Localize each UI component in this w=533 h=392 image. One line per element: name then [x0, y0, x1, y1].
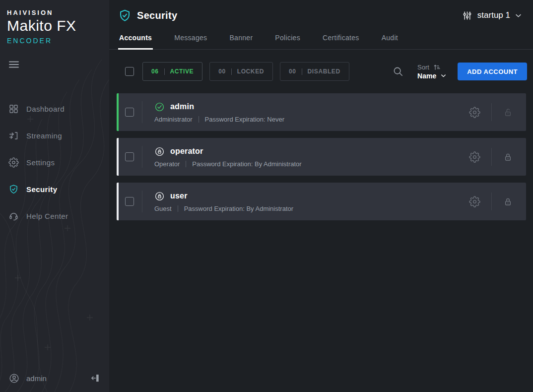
- page-title: Security: [137, 10, 177, 21]
- account-password-expiration: Password Expiration: By Administrator: [184, 205, 293, 212]
- sort-selector[interactable]: Sort Name: [417, 64, 447, 80]
- account-name: admin: [170, 102, 194, 111]
- lock-icon[interactable]: [503, 152, 513, 162]
- actions-divider: [491, 103, 492, 121]
- tab-policies[interactable]: Policies: [274, 31, 301, 50]
- filter-count: 06: [151, 68, 159, 75]
- sidebar-item-label: Settings: [26, 158, 55, 167]
- security-tabs: Accounts Messages Banner Policies Certif…: [109, 31, 533, 50]
- tab-accounts[interactable]: Accounts: [118, 31, 153, 50]
- check-circle-icon: [154, 102, 165, 112]
- filter-locked[interactable]: 00 LOCKED: [209, 62, 273, 81]
- sidebar-item-streaming[interactable]: Streaming: [0, 122, 109, 149]
- filter-count: 00: [218, 68, 226, 75]
- search-icon[interactable]: [393, 66, 403, 77]
- status-filters: 06 ACTIVE 00 LOCKED 00 DISABLED: [142, 62, 349, 81]
- account-settings-gear-icon[interactable]: [469, 151, 480, 163]
- account-name: operator: [170, 147, 203, 156]
- sidebar-item-label: Security: [26, 185, 57, 194]
- tab-audit[interactable]: Audit: [381, 31, 399, 50]
- row-checkbox[interactable]: [125, 152, 134, 161]
- logged-in-user: admin: [26, 374, 90, 383]
- account-password-expiration: Password Expiration: Never: [205, 116, 284, 123]
- unlock-icon[interactable]: [503, 107, 513, 118]
- account-info: admin Administrator Password Expiration:…: [154, 102, 284, 123]
- tab-messages[interactable]: Messages: [173, 31, 208, 50]
- preset-name: startup 1: [477, 10, 510, 20]
- chevron-down-icon: [515, 12, 522, 19]
- user-avatar-icon: [9, 373, 19, 384]
- hamburger-menu-icon[interactable]: [8, 59, 20, 70]
- row-divider: [142, 146, 142, 168]
- logout-icon[interactable]: [90, 373, 100, 383]
- row-checkbox[interactable]: [125, 108, 134, 117]
- account-name: user: [170, 192, 188, 200]
- filter-active[interactable]: 06 ACTIVE: [142, 62, 202, 81]
- main-panel: Security startup 1 Accounts Messages Ban…: [109, 0, 533, 392]
- account-info: user Guest Password Expiration: By Admin…: [154, 191, 293, 212]
- chip-divider: [164, 68, 165, 75]
- filter-label: ACTIVE: [170, 68, 194, 75]
- add-account-button[interactable]: ADD ACCOUNT: [458, 63, 527, 80]
- sidebar-item-label: Help Center: [26, 212, 68, 220]
- select-all-checkbox[interactable]: [125, 67, 134, 76]
- row-checkbox[interactable]: [125, 197, 134, 206]
- shield-check-icon: [118, 9, 132, 22]
- account-role: Operator: [154, 160, 180, 168]
- account-settings-gear-icon[interactable]: [469, 107, 480, 118]
- meta-divider: [186, 161, 186, 167]
- sidebar-nav: Dashboard Streaming Settings: [0, 95, 109, 229]
- app-window: HAIVISION Makito FX ENCODER Dashboard: [0, 0, 533, 392]
- account-info: operator Operator Password Expiration: B…: [154, 146, 302, 168]
- meta-divider: [199, 116, 199, 123]
- account-row-operator[interactable]: operator Operator Password Expiration: B…: [117, 138, 526, 176]
- brand-company: HAIVISION: [7, 9, 109, 16]
- brand-product: Makito FX: [7, 17, 109, 34]
- account-role: Guest: [154, 205, 172, 212]
- filter-label: LOCKED: [237, 68, 264, 75]
- tab-certificates[interactable]: Certificates: [322, 31, 360, 50]
- row-actions: [469, 193, 513, 210]
- sliders-icon: [462, 10, 472, 21]
- account-role: Administrator: [154, 116, 193, 123]
- lock-circle-icon: [154, 146, 165, 157]
- gear-icon: [8, 157, 19, 168]
- account-row-admin[interactable]: admin Administrator Password Expiration:…: [117, 93, 526, 131]
- shield-check-icon: [8, 184, 19, 195]
- chip-divider: [302, 68, 302, 75]
- account-password-expiration: Password Expiration: By Administrator: [192, 160, 301, 168]
- filter-label: DISABLED: [308, 68, 340, 75]
- sidebar-item-settings[interactable]: Settings: [0, 149, 109, 176]
- brand-logo: HAIVISION Makito FX ENCODER: [0, 0, 109, 45]
- meta-divider: [178, 205, 178, 212]
- dashboard-icon: [8, 104, 19, 114]
- streaming-icon: [8, 131, 19, 141]
- filter-count: 00: [289, 68, 296, 75]
- row-divider: [142, 101, 142, 123]
- accounts-toolbar: 06 ACTIVE 00 LOCKED 00 DISABLED: [109, 62, 533, 81]
- sidebar-item-security[interactable]: Security: [0, 176, 109, 202]
- actions-divider: [491, 193, 492, 210]
- actions-divider: [491, 148, 492, 166]
- headset-icon: [8, 211, 19, 221]
- chevron-down-icon: [440, 72, 447, 79]
- sort-label: Sort: [417, 64, 429, 71]
- page-header: Security startup 1: [109, 0, 533, 31]
- brand-product-type: ENCODER: [7, 37, 109, 45]
- account-settings-gear-icon[interactable]: [469, 196, 480, 207]
- lock-icon[interactable]: [503, 196, 513, 207]
- tab-banner[interactable]: Banner: [228, 31, 254, 50]
- lock-circle-icon: [154, 191, 165, 201]
- sidebar-item-label: Dashboard: [26, 105, 65, 113]
- filter-disabled[interactable]: 00 DISABLED: [280, 62, 349, 81]
- preset-selector[interactable]: startup 1: [462, 10, 522, 21]
- row-actions: [469, 148, 513, 166]
- account-row-user[interactable]: user Guest Password Expiration: By Admin…: [117, 183, 526, 220]
- row-actions: [469, 103, 513, 121]
- sidebar-item-help-center[interactable]: Help Center: [0, 202, 109, 229]
- row-divider: [142, 191, 142, 212]
- accounts-list: admin Administrator Password Expiration:…: [109, 93, 533, 227]
- sidebar: HAIVISION Makito FX ENCODER Dashboard: [0, 0, 109, 392]
- sidebar-item-dashboard[interactable]: Dashboard: [0, 95, 109, 122]
- sidebar-item-label: Streaming: [26, 131, 62, 140]
